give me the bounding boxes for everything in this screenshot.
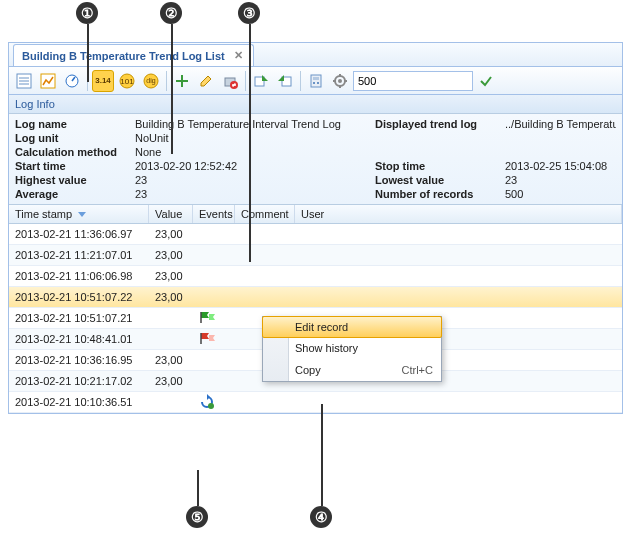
callout-5: ⑤ — [186, 506, 208, 528]
empty-icon — [199, 226, 215, 240]
svg-text:101: 101 — [120, 77, 134, 86]
toolbar-separator — [166, 71, 167, 91]
cell-timestamp: 2013-02-21 10:10:36.51 — [9, 396, 149, 408]
toolbar-separator — [245, 71, 246, 91]
svg-rect-21 — [317, 82, 319, 84]
empty-icon — [199, 268, 215, 282]
callout-1: ① — [76, 2, 98, 24]
callout-2-line — [171, 24, 173, 154]
tab-title: Building B Temperature Trend Log List — [22, 50, 225, 62]
pi-mode-button[interactable]: 3.14 — [92, 70, 114, 92]
svg-point-30 — [208, 403, 214, 409]
dig-mode-button[interactable]: dig — [140, 70, 162, 92]
callout-5-line — [197, 470, 199, 506]
apply-button[interactable] — [475, 70, 497, 92]
cell-events — [193, 289, 235, 305]
cell-timestamp: 2013-02-21 11:06:06.98 — [9, 270, 149, 282]
cell-value: 23,00 — [149, 291, 193, 303]
dig-label: dig — [146, 77, 155, 84]
table-row[interactable]: 2013-02-21 11:21:07.0123,00 — [9, 245, 622, 266]
record-count-input[interactable] — [353, 71, 473, 91]
empty-icon — [199, 373, 215, 387]
empty-icon — [199, 289, 215, 303]
ctx-copy-label: Copy — [295, 364, 321, 376]
cell-events — [193, 373, 235, 389]
lowest-value-label: Lowest value — [375, 174, 505, 186]
calculator-button[interactable] — [305, 70, 327, 92]
cell-value: 23,00 — [149, 354, 193, 366]
svg-rect-18 — [311, 75, 321, 87]
cell-events — [193, 247, 235, 263]
edit-record-button[interactable] — [195, 70, 217, 92]
col-value[interactable]: Value — [149, 205, 193, 223]
cell-timestamp: 2013-02-21 10:51:07.22 — [9, 291, 149, 303]
cell-value: 23,00 — [149, 228, 193, 240]
col-comment[interactable]: Comment — [235, 205, 295, 223]
cell-events — [193, 310, 235, 326]
ctx-edit-record[interactable]: Edit record — [262, 316, 442, 338]
cell-timestamp: 2013-02-21 10:36:16.95 — [9, 354, 149, 366]
col-timestamp[interactable]: Time stamp — [9, 205, 149, 223]
svg-point-23 — [338, 79, 342, 83]
cell-timestamp: 2013-02-21 10:48:41.01 — [9, 333, 149, 345]
table-row[interactable]: 2013-02-21 11:06:06.9823,00 — [9, 266, 622, 287]
log-info-panel: Log name Building B Temperature Interval… — [9, 114, 622, 205]
col-user[interactable]: User — [295, 205, 622, 223]
callout-1-line — [87, 24, 89, 82]
svg-rect-11 — [176, 80, 188, 82]
start-time-value: 2013-02-20 12:52:42 — [135, 160, 375, 172]
toolbar-separator — [300, 71, 301, 91]
table-row[interactable]: 2013-02-21 10:51:07.2223,00 — [9, 287, 622, 308]
cell-timestamp: 2013-02-21 10:51:07.21 — [9, 312, 149, 324]
tab-trend-log-list[interactable]: Building B Temperature Trend Log List ✕ — [13, 44, 254, 66]
average-value: 23 — [135, 188, 375, 200]
highest-value-label: Highest value — [15, 174, 135, 186]
gauge-view-button[interactable] — [61, 70, 83, 92]
cell-events — [193, 331, 235, 347]
flag-green-icon — [199, 310, 215, 324]
log-info-header: Log Info — [9, 95, 622, 114]
calc-method-label: Calculation method — [15, 146, 135, 158]
ctx-copy[interactable]: Copy Ctrl+C — [263, 359, 441, 381]
list-view-button[interactable] — [13, 70, 35, 92]
displayed-trend-label: Displayed trend log — [375, 118, 505, 130]
table-row[interactable]: 2013-02-21 11:36:06.9723,00 — [9, 224, 622, 245]
cell-value: 23,00 — [149, 270, 193, 282]
lowest-value-value: 23 — [505, 174, 616, 186]
cell-value: 23,00 — [149, 375, 193, 387]
log-name-label: Log name — [15, 118, 135, 130]
chart-view-button[interactable] — [37, 70, 59, 92]
hex-mode-button[interactable]: 101 — [116, 70, 138, 92]
flag-red-icon — [199, 331, 215, 345]
col-events[interactable]: Events — [193, 205, 235, 223]
highest-value-value: 23 — [135, 174, 375, 186]
empty-icon — [199, 352, 215, 366]
add-record-button[interactable] — [171, 70, 193, 92]
import-button[interactable] — [274, 70, 296, 92]
stop-time-label: Stop time — [375, 160, 505, 172]
num-records-value: 500 — [505, 188, 616, 200]
cell-events — [193, 268, 235, 284]
tab-close-icon[interactable]: ✕ — [233, 50, 245, 62]
context-menu: Edit record Show history Copy Ctrl+C — [262, 316, 442, 382]
callout-4: ④ — [310, 506, 332, 528]
export-button[interactable] — [250, 70, 272, 92]
callout-3: ③ — [238, 2, 260, 24]
start-time-label: Start time — [15, 160, 135, 172]
num-records-label: Number of records — [375, 188, 505, 200]
refresh-icon — [199, 394, 215, 408]
average-label: Average — [15, 188, 135, 200]
table-row[interactable]: 2013-02-21 10:10:36.51 — [9, 392, 622, 413]
svg-rect-20 — [313, 82, 315, 84]
tab-bar: Building B Temperature Trend Log List ✕ — [9, 43, 622, 67]
callout-2: ② — [160, 2, 182, 24]
ctx-show-history[interactable]: Show history — [263, 337, 441, 359]
cell-timestamp: 2013-02-21 10:21:17.02 — [9, 375, 149, 387]
toolbar: 3.14 101 dig — [9, 67, 622, 95]
cell-timestamp: 2013-02-21 11:21:07.01 — [9, 249, 149, 261]
cell-timestamp: 2013-02-21 11:36:06.97 — [9, 228, 149, 240]
cell-events — [193, 394, 235, 410]
settings-button[interactable] — [329, 70, 351, 92]
delete-record-button[interactable] — [219, 70, 241, 92]
svg-rect-19 — [313, 77, 319, 80]
